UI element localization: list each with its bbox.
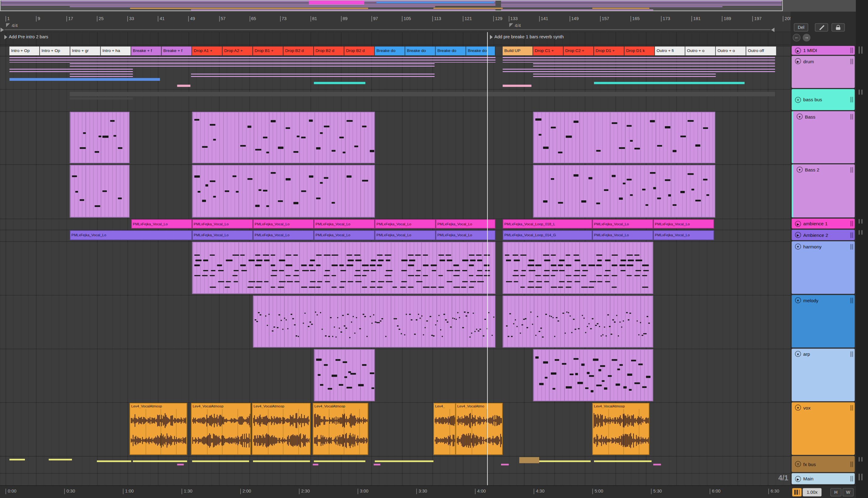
section-clip[interactable]: Intro + Op [40,47,70,55]
section-clip[interactable]: Drop C1 + [533,47,563,55]
midi-clip[interactable] [503,242,653,294]
section-clip[interactable]: Breake do [436,47,466,55]
vocal-loop-clip[interactable]: PMLxFejka_Vocal_Lo [436,230,495,240]
audio-clip[interactable]: Lev4_VocalAtmosp [130,403,187,455]
clip-fragment[interactable] [10,69,133,73]
track-header-amb2[interactable]: ▶Ambience 2 [792,230,855,240]
track-expanded-icon[interactable]: ▼ [795,405,801,411]
section-clip[interactable]: Intro + Op [10,47,40,55]
audio-clip[interactable]: Lev4_VocalAtmosp [191,403,251,455]
track-expanded-icon[interactable]: ▼ [796,167,803,173]
clip-fragment[interactable] [10,78,160,81]
playback-speed[interactable]: 1.00x [803,488,821,496]
time-ruler[interactable]: 0:000:301:001:302:002:303:003:304:004:30… [0,485,790,498]
midi-clip[interactable] [192,112,375,163]
audio-clip[interactable]: Lev4_VocalAtmosp [593,403,649,455]
section-clip[interactable]: Breake do [466,47,495,55]
track-header-fxbus[interactable]: ≡fx bus [792,456,855,472]
section-clip[interactable]: Drop C2 + [563,47,594,55]
vocal-loop-clip[interactable]: PMLxFejka_Vocal_Lo [131,219,192,228]
clip-fragment[interactable] [10,57,495,62]
clip-fragment[interactable] [503,69,775,73]
section-clip[interactable]: Outro + o [716,47,746,55]
vocal-loop-clip[interactable]: PMLxFejka_Vocal_Lo [314,230,375,240]
track-expanded-icon[interactable]: ▼ [795,297,801,303]
midi-clip[interactable] [503,296,653,348]
clip-fragment[interactable] [177,84,190,87]
group-track-icon[interactable]: ≡ [795,461,801,467]
clip-fragment[interactable] [503,57,775,62]
section-clip[interactable]: Intro + gr [70,47,101,55]
track-collapsed-icon[interactable]: ▶ [795,475,801,482]
lock-envelopes-button[interactable] [831,23,845,31]
clip-fragment[interactable] [97,460,131,462]
midi-clip[interactable] [533,349,653,401]
clip-fragment[interactable] [177,464,184,465]
height-zoom-button[interactable]: H [830,488,841,496]
vocal-loop-clip[interactable]: PMLxFejka_Vocal_Lo [375,230,436,240]
vocal-loop-clip[interactable]: PMLxFejka_Vocal_Loop_014_G [503,230,593,240]
vocal-loop-clip[interactable]: PMLxFejka_Vocal_Lo [436,219,495,228]
clip-fragment[interactable] [375,460,433,462]
section-clip[interactable]: Outro off [746,47,777,55]
track-header-bass2[interactable]: ▼Bass 2 [792,165,855,218]
track-header-arp[interactable]: ▼arp [792,349,855,401]
clip-fragment[interactable] [533,63,775,68]
clip-fragment[interactable] [313,464,318,465]
track-header-midi1[interactable]: ▶1 MIDI [792,46,855,55]
section-clip[interactable]: Breake do [375,47,405,55]
lane-main[interactable] [0,473,790,485]
track-collapsed-icon[interactable]: ▶ [795,58,801,64]
midi-clip[interactable] [533,112,715,163]
track-expanded-icon[interactable]: ▼ [795,244,801,250]
track-collapsed-icon[interactable]: ▶ [795,220,801,226]
midi-clip[interactable] [253,296,495,348]
audio-engine-button[interactable] [792,488,802,496]
vocal-loop-clip[interactable]: PMLxFejka_Vocal_Lo [70,230,192,240]
track-collapsed-icon[interactable]: ▶ [795,232,801,238]
clip-fragment[interactable] [533,460,591,462]
vocal-loop-clip[interactable]: PMLxFejka_Vocal_Lo [192,219,253,228]
section-clip[interactable]: Intro + ha [101,47,131,55]
audio-clip[interactable]: Lev4_VocalAtmo [456,403,503,455]
vocal-loop-clip[interactable]: PMLxFejka_Vocal_Lo [314,219,375,228]
track-header-bass[interactable]: ▼Bass [792,111,855,163]
section-clip[interactable]: Drop B2 d [314,47,344,55]
clip-fragment[interactable] [70,63,435,68]
midi-clip[interactable] [533,165,715,218]
section-clip[interactable]: Drop A2 + [223,47,253,55]
midi-clip[interactable] [70,165,130,218]
track-header-main[interactable]: ▶Main [792,473,855,484]
track-header-harmony[interactable]: ▼harmony [792,241,855,294]
section-clip[interactable]: Build UP [503,47,533,55]
clip-fragment[interactable] [501,464,508,465]
clip-fragment[interactable] [314,82,365,84]
audio-clip[interactable]: Lev4_ [433,403,456,455]
midi-clip[interactable] [314,349,375,401]
vocal-loop-clip[interactable]: PMLxFejka_Vocal_Lo [653,230,714,240]
midi-clip[interactable] [192,165,375,218]
forward-arrow-button[interactable]: → [803,34,810,41]
track-header-vox[interactable]: ▼vox [792,402,855,455]
track-header-drum[interactable]: ▶drum [792,56,855,88]
clip-fragment[interactable] [314,460,365,462]
clip-fragment[interactable] [503,84,532,87]
draw-mode-button[interactable] [815,23,828,31]
back-arrow-button[interactable]: ← [793,34,801,41]
width-zoom-button[interactable]: W [842,488,853,496]
track-header-melody[interactable]: ▼melody [792,295,855,348]
track-expanded-icon[interactable]: ▼ [795,351,801,357]
clip-fragment[interactable] [653,464,661,465]
section-clip[interactable]: Drop A1 + [192,47,223,55]
clip-fragment[interactable] [374,464,380,465]
arrangement-overview[interactable] [0,0,856,12]
clip-fragment[interactable] [49,459,72,460]
clip-fragment[interactable] [594,460,651,462]
vocal-loop-clip[interactable]: PMLxFejka_Vocal_Lo [253,230,314,240]
vocal-loop-clip[interactable]: PMLxFejka_Vocal_Lo [192,230,253,240]
section-clip[interactable]: Breake + f [161,47,192,55]
section-clip[interactable]: Breake do [405,47,436,55]
vocal-loop-clip[interactable]: PMLxFejka_Vocal_Lo [593,219,653,228]
vocal-loop-clip[interactable]: PMLxFejka_Vocal_Loop_018_L [503,219,593,228]
track-collapsed-icon[interactable]: ▶ [795,48,801,53]
